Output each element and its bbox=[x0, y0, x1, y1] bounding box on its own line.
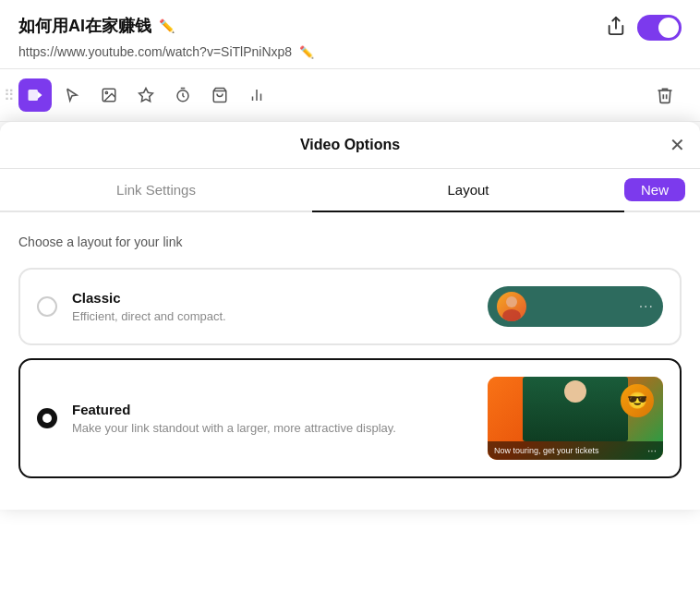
modal-close-button[interactable]: ✕ bbox=[670, 134, 685, 156]
featured-layout-desc: Make your link standout with a larger, m… bbox=[72, 421, 473, 435]
top-actions bbox=[606, 15, 682, 41]
svg-point-13 bbox=[502, 309, 521, 321]
tab-layout[interactable]: Layout bbox=[312, 169, 624, 212]
featured-preview-overlay: Now touring, get your tickets ··· bbox=[488, 441, 663, 460]
title-edit-icon[interactable]: ✏️ bbox=[159, 18, 175, 33]
url-text: https://www.youtube.com/watch?v=SiTlPniN… bbox=[18, 44, 292, 59]
featured-radio[interactable] bbox=[37, 408, 57, 428]
drag-handle-icon[interactable]: ⠿ bbox=[4, 87, 15, 104]
modal-title: Video Options bbox=[300, 137, 400, 153]
svg-marker-2 bbox=[38, 91, 42, 99]
classic-preview-dots: ··· bbox=[639, 298, 654, 315]
timer-tool-button[interactable] bbox=[166, 78, 199, 112]
featured-preview: 😎 Now touring, get your tickets ··· bbox=[488, 377, 663, 460]
section-label: Choose a layout for your link bbox=[18, 235, 682, 249]
star-tool-button[interactable] bbox=[129, 78, 163, 112]
svg-point-4 bbox=[105, 91, 107, 93]
featured-preview-label: Now touring, get your tickets bbox=[494, 446, 599, 455]
svg-rect-1 bbox=[29, 90, 39, 101]
classic-layout-card[interactable]: Classic Efficient, direct and compact. ·… bbox=[18, 268, 682, 345]
active-toggle[interactable] bbox=[637, 15, 682, 41]
new-badge-button[interactable]: New bbox=[624, 178, 685, 201]
modal-header: Video Options ✕ bbox=[0, 122, 700, 169]
featured-radio-inner bbox=[42, 414, 52, 423]
svg-marker-5 bbox=[139, 89, 153, 102]
image-tool-button[interactable] bbox=[92, 78, 126, 112]
delete-button[interactable] bbox=[648, 78, 682, 112]
classic-preview: ··· bbox=[488, 286, 663, 327]
share-button[interactable] bbox=[606, 16, 626, 41]
classic-layout-desc: Efficient, direct and compact. bbox=[72, 309, 473, 323]
video-tool-button[interactable] bbox=[18, 78, 52, 112]
video-options-modal: Video Options ✕ Link Settings Layout New… bbox=[0, 122, 700, 510]
bag-tool-button[interactable] bbox=[203, 78, 236, 112]
page-title: 如何用AI在家赚钱 bbox=[18, 15, 151, 37]
tab-link-settings[interactable]: Link Settings bbox=[0, 169, 312, 212]
featured-layout-card[interactable]: Featured Make your link standout with a … bbox=[18, 358, 682, 478]
modal-content: Choose a layout for your link Classic Ef… bbox=[0, 212, 700, 510]
classic-radio[interactable] bbox=[37, 296, 57, 317]
toolbar: ⠿ bbox=[0, 69, 700, 122]
svg-point-12 bbox=[506, 296, 517, 307]
classic-layout-name: Classic bbox=[72, 290, 473, 306]
featured-layout-name: Featured bbox=[72, 402, 473, 417]
classic-layout-info: Classic Efficient, direct and compact. bbox=[72, 290, 473, 323]
top-bar: 如何用AI在家赚钱 ✏️ https://www.youtube.com/wat… bbox=[0, 0, 700, 69]
tabs-row: Link Settings Layout New bbox=[0, 169, 700, 212]
classic-preview-avatar bbox=[497, 292, 526, 321]
chart-tool-button[interactable] bbox=[240, 78, 273, 112]
toggle-knob bbox=[658, 18, 679, 38]
featured-preview-dots: ··· bbox=[647, 444, 657, 457]
cursor-tool-button[interactable] bbox=[55, 78, 89, 112]
url-edit-icon[interactable]: ✏️ bbox=[299, 45, 314, 59]
featured-layout-info: Featured Make your link standout with a … bbox=[72, 402, 473, 435]
